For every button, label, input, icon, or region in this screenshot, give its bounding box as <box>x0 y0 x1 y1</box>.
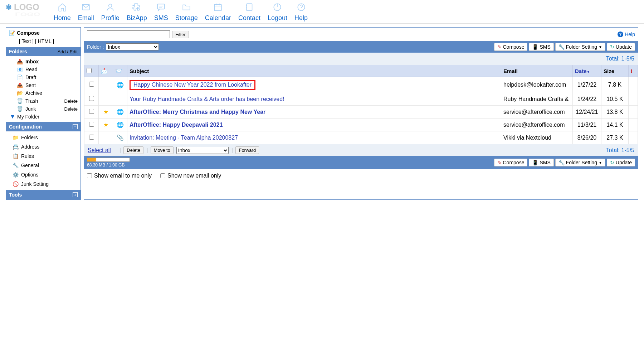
compose-html-link[interactable]: [ HTML ] <box>35 38 54 44</box>
folder-sent[interactable]: 📤Sent <box>6 81 80 89</box>
col-star[interactable]: 📩 <box>99 65 113 77</box>
folder-inbox[interactable]: 📥Inbox <box>6 58 80 66</box>
config-label: Address <box>21 144 39 150</box>
table-row[interactable]: 🌐Happy Chinese New Year 2022 from Lookaf… <box>84 77 638 93</box>
folder-setting-button-2[interactable]: 🔧Folder Setting ▼ <box>555 159 605 166</box>
draft-icon: 📄 <box>17 74 23 80</box>
col-priority[interactable]: ! <box>629 65 638 77</box>
col-size[interactable]: Size <box>601 65 629 77</box>
chat-icon <box>156 2 166 12</box>
help-link[interactable]: ? Help <box>618 32 635 37</box>
table-row[interactable]: ★🌐AfterOffice: Happy Deepavali 2021servi… <box>84 118 638 131</box>
config-general[interactable]: 🔧General <box>6 161 80 170</box>
nav-sms[interactable]: SMS <box>154 2 168 22</box>
email-sender: helpdesk@lookafter.com <box>501 77 573 93</box>
globe-icon: 🌐 <box>117 82 124 88</box>
config-rules[interactable]: 📋Rules <box>6 151 80 161</box>
folder-label: Sent <box>25 82 36 88</box>
row-checkbox[interactable] <box>89 135 94 140</box>
home-icon <box>57 2 67 12</box>
select-all-link[interactable]: Select all <box>88 147 111 154</box>
config-header[interactable]: Configuration − <box>6 122 80 131</box>
folder-list: 📥Inbox 📧Read 📄Draft 📤Sent 📂Archive 🗑️Tra… <box>6 56 80 122</box>
col-checkbox <box>84 65 99 77</box>
folder-junk[interactable]: 🗑️JunkDelete <box>6 105 80 113</box>
tools-header[interactable]: Tools + <box>6 190 80 199</box>
compose-button[interactable]: ✎Compose <box>494 43 528 51</box>
folders-add-edit-link[interactable]: Add / Edit <box>58 49 78 54</box>
folder-read[interactable]: 📧Read <box>6 66 80 73</box>
star-icon[interactable]: ★ <box>103 109 108 115</box>
delete-button[interactable]: Delete <box>123 146 143 154</box>
nav-storage[interactable]: Storage <box>175 2 198 22</box>
nav-email[interactable]: Email <box>78 2 94 22</box>
btn-label: SMS <box>540 44 550 50</box>
nav-calendar[interactable]: Calendar <box>205 2 231 22</box>
update-button-2[interactable]: ↻Update <box>607 159 635 166</box>
compose-text-link[interactable]: [ Text ] <box>19 38 34 44</box>
config-options[interactable]: ⚙️Options <box>6 170 80 179</box>
config-address[interactable]: 📇Address <box>6 142 80 151</box>
table-row[interactable]: 📎Invitation: Meeting - Team Alpha 202008… <box>84 131 638 144</box>
config-label: Junk Setting <box>21 181 49 187</box>
move-to-select[interactable]: Inbox <box>176 147 229 154</box>
row-checkbox[interactable] <box>89 82 94 87</box>
nav-help[interactable]: Help <box>294 2 308 22</box>
email-subject-link[interactable]: Invitation: Meeting - Team Alpha 2020082… <box>130 135 238 141</box>
nav-bizapp[interactable]: BizApp <box>127 2 147 22</box>
select-all-checkbox[interactable] <box>87 68 92 73</box>
compose-icon: 📝 <box>9 30 15 36</box>
filter-button[interactable]: Filter <box>172 31 189 38</box>
folders-header: Folders Add / Edit <box>6 47 80 56</box>
update-button[interactable]: ↻Update <box>607 43 635 51</box>
total-bar: Total: 1-5/5 <box>84 53 638 65</box>
col-email[interactable]: Email <box>501 65 573 77</box>
email-subject-link[interactable]: Your Ruby Handmade Crafts & Arts order h… <box>130 96 284 102</box>
sms-button-2[interactable]: 📱SMS <box>529 159 553 166</box>
nav-logout[interactable]: Logout <box>268 2 287 22</box>
read-icon: 📧 <box>17 67 23 72</box>
col-attach[interactable]: 📨 <box>113 65 127 77</box>
compose-button[interactable]: 📝 Compose <box>6 28 80 38</box>
filter-new-only[interactable]: Show new email only <box>160 173 221 179</box>
filter-to-me[interactable]: Show email to me only <box>87 173 152 179</box>
row-checkbox[interactable] <box>89 122 94 127</box>
folder-my-folder[interactable]: ▶My Folder <box>6 113 80 121</box>
action-bar: Select all | Delete | Move to Inbox | Fo… <box>84 144 638 156</box>
mail-attach-icon: 📨 <box>115 68 122 74</box>
sms-button[interactable]: 📱SMS <box>529 43 553 51</box>
svg-rect-3 <box>215 4 222 10</box>
folder-trash[interactable]: 🗑️TrashDelete <box>6 97 80 105</box>
col-date[interactable]: Date▼ <box>573 65 601 77</box>
email-subject-link[interactable]: AfterOffice: Happy Deepavali 2021 <box>130 122 223 128</box>
move-to-button[interactable]: Move to <box>151 146 174 154</box>
folder-setting-button[interactable]: 🔧Folder Setting ▼ <box>555 43 605 51</box>
nav-profile[interactable]: Profile <box>101 2 119 22</box>
table-row[interactable]: ★🌐AfterOffice: Merry Christmas and Happy… <box>84 106 638 118</box>
row-checkbox[interactable] <box>89 109 94 114</box>
row-checkbox[interactable] <box>89 96 94 101</box>
folder-select[interactable]: Inbox <box>106 43 159 50</box>
config-junk-setting[interactable]: 🚫Junk Setting <box>6 179 80 189</box>
nav-contact[interactable]: Contact <box>238 2 260 22</box>
trash-delete-link[interactable]: Delete <box>64 98 78 104</box>
col-subject[interactable]: Subject <box>127 65 501 77</box>
email-subject-link[interactable]: Happy Chinese New Year 2022 from Lookaft… <box>133 82 252 88</box>
nav-home[interactable]: Home <box>54 2 71 22</box>
junk-delete-link[interactable]: Delete <box>64 106 78 112</box>
table-row[interactable]: Your Ruby Handmade Crafts & Arts order h… <box>84 93 638 106</box>
folder-draft[interactable]: 📄Draft <box>6 73 80 81</box>
config-folders[interactable]: 📁Folders <box>6 133 80 142</box>
search-input[interactable] <box>87 30 170 38</box>
star-icon[interactable]: ★ <box>103 122 108 128</box>
filter-to-me-checkbox[interactable] <box>87 173 92 178</box>
folder-toolbar: Folder : Inbox ✎Compose 📱SMS 🔧Folder Set… <box>84 41 638 53</box>
email-subject-link[interactable]: AfterOffice: Merry Christmas and Happy N… <box>130 109 265 115</box>
nav-label: Home <box>54 14 71 22</box>
forward-button[interactable]: Forward <box>235 146 259 154</box>
filter-new-checkbox[interactable] <box>160 173 165 178</box>
folder-archive[interactable]: 📂Archive <box>6 89 80 97</box>
compose-button-2[interactable]: ✎Compose <box>494 159 528 166</box>
logo-icon: ✱ <box>6 3 12 11</box>
email-size: 27.3 K <box>601 131 629 144</box>
